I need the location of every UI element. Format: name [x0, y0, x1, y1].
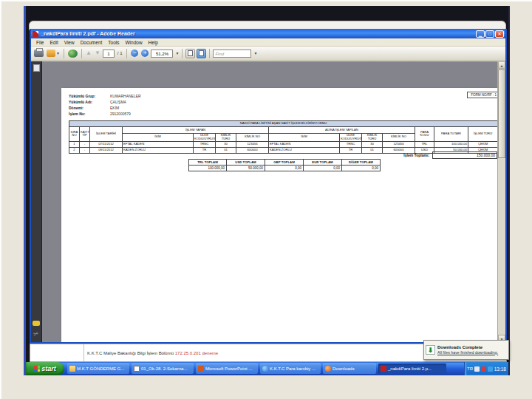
scroll-up-icon[interactable]: ▲	[498, 61, 505, 69]
close-button[interactable]: ✕	[495, 30, 504, 38]
meta-value: KUMARHANELER	[110, 93, 141, 99]
status-org-text: K.K.T.C Maliye Bakanlığı Bilgi İşlem Böl…	[87, 351, 174, 355]
cell: ÇEKİM	[468, 141, 498, 147]
share-button[interactable]: ▼	[46, 48, 61, 58]
page-number-input[interactable]: 1	[103, 50, 115, 58]
col-para-tutari: PARA TUTARI	[434, 127, 468, 142]
minimize-button[interactable]: ▁	[476, 30, 485, 38]
menu-edit[interactable]: Edit	[47, 40, 61, 45]
total-box-value: 0,00	[304, 166, 341, 171]
vertical-scrollbar[interactable]: ▲ ▼	[497, 61, 505, 342]
chevron-down-icon[interactable]: ▼	[253, 51, 257, 55]
collaborate-icon	[68, 50, 78, 58]
fit-page-icon	[199, 50, 204, 56]
cell: EFTAL KADEN	[123, 141, 194, 147]
total-value: 150.000,00	[432, 151, 497, 159]
menu-help[interactable]: Help	[146, 40, 161, 45]
maximize-button[interactable]: □	[485, 30, 494, 38]
total-box-gbp: GBP TOPLAM 0,00	[265, 159, 304, 171]
status-note: deneme	[202, 351, 218, 355]
windows-flag-icon	[34, 366, 40, 372]
group-islem-yapan: İŞLEM YAPAN	[123, 127, 269, 134]
comments-panel-icon[interactable]	[33, 321, 40, 326]
network-icon[interactable]	[488, 366, 493, 372]
table-title: NAKDİ PARA LİMİTİNİ AŞAN NAKİT İŞLEM BİL…	[69, 121, 498, 127]
start-button[interactable]: start	[26, 362, 64, 375]
col-kimlik-turu-1: KİMLİK TÜRÜ	[216, 134, 236, 142]
pages-panel-icon[interactable]	[33, 64, 40, 72]
menu-view[interactable]: View	[61, 40, 78, 45]
task-adobe-reader-active[interactable]: _nakdiPara limiti 2.p...	[378, 364, 446, 374]
task-label: _nakdiPara limiti 2.p...	[388, 366, 432, 371]
zoom-level-select[interactable]: 51,2%	[151, 50, 173, 58]
volume-icon[interactable]	[474, 366, 480, 372]
printer-icon	[34, 50, 44, 57]
toolbar-separator	[126, 49, 127, 58]
downloads-complete-popup[interactable]: ⬇ Downloads Complete All files have fini…	[423, 340, 509, 360]
language-indicator[interactable]: TR	[467, 366, 473, 371]
task-label: 01_Ok-28. 2-Sekarna...	[141, 366, 187, 371]
task-folder-window[interactable]: M.K.T GÖNDERME G...	[67, 364, 129, 374]
title-bar[interactable]: _nakdiPara limiti 2.pdf - Adobe Reader ▁…	[31, 29, 505, 38]
total-box-value: 50.000,00	[227, 166, 265, 171]
zoom-in-button[interactable]: +	[140, 48, 149, 58]
task-label: Microsoft PowerPoint ...	[205, 366, 252, 371]
start-label: start	[41, 365, 56, 372]
arrow-down-icon: ▼	[95, 50, 100, 57]
status-ip: 172.25.0.201	[175, 351, 201, 355]
previous-page-button[interactable]: ▲	[85, 48, 92, 58]
total-box-trl: TRL TOPLAM 100.000,00	[188, 159, 227, 171]
scrollbar-thumb[interactable]	[498, 69, 505, 158]
page-width-view-button[interactable]	[185, 49, 195, 58]
menu-window[interactable]: Window	[122, 40, 145, 45]
toolbar-separator	[209, 49, 210, 58]
task-document-window[interactable]: 01_Ok-28. 2-Sekarna...	[132, 364, 194, 374]
fit-page-view-button[interactable]	[197, 49, 206, 58]
antivirus-icon[interactable]	[481, 366, 486, 372]
page-total-label: / 1	[117, 51, 123, 55]
menu-file[interactable]: File	[33, 40, 47, 45]
task-downloads[interactable]: Downloads	[323, 364, 376, 374]
col-sira-no: SIRA NO	[69, 127, 80, 142]
next-page-button[interactable]: ▼	[94, 48, 101, 58]
cell: 30	[216, 141, 236, 147]
menu-document[interactable]: Document	[78, 40, 106, 45]
print-button[interactable]	[33, 48, 44, 58]
powerpoint-icon	[198, 366, 204, 372]
col-para-kodu: PARA KODU	[415, 127, 434, 142]
zoom-in-icon: +	[141, 50, 149, 57]
total-box-value: 0,00	[265, 166, 303, 171]
collaborate-button[interactable]	[67, 48, 78, 58]
total-box-eur: EUR TOPLAM 0,00	[304, 159, 342, 171]
currency-totals: TRL TOPLAM 100.000,00 USD TOPLAM 50.000,…	[188, 159, 381, 171]
total-box-usd: USD TOPLAM 50.000,00	[227, 159, 265, 171]
task-powerpoint[interactable]: Microsoft PowerPoint ...	[196, 364, 258, 374]
cell: -	[80, 141, 90, 147]
window-title: _nakdiPara limiti 2.pdf - Adobe Reader	[41, 31, 476, 36]
document-meta-block: Yükümlü Grup:KUMARHANELER Yükümlü Adı:ÇA…	[69, 93, 141, 117]
cell: TRNC	[194, 141, 216, 147]
cell: 30	[362, 141, 383, 147]
attachments-paperclip-icon[interactable]: ✂	[33, 330, 41, 338]
download-arrow-icon: ⬇	[426, 345, 435, 355]
status-text: K.K.T.C Maliye Bakanlığı Bilgi İşlem Böl…	[87, 351, 218, 355]
cell: 123456	[383, 141, 415, 147]
col-kimlik-no-2: KİMLİK NO	[383, 134, 415, 142]
zoom-out-button[interactable]: −	[130, 48, 139, 58]
page-view-icon	[188, 50, 193, 56]
form-number-box: FORM NO/RF : 1	[467, 92, 500, 98]
col-kimlik-turu-2: KİMLİK TÜRÜ	[362, 134, 383, 142]
navigation-pane: ✂	[31, 61, 42, 342]
col-isim-1: İSİM	[123, 134, 194, 142]
total-label: İşlem Toplamı:	[403, 153, 429, 157]
popup-link[interactable]: All files have finished downloading.	[437, 350, 498, 355]
total-box-label: USD TOPLAM	[227, 160, 265, 166]
zoom-out-icon: −	[131, 50, 138, 57]
task-buttons: M.K.T GÖNDERME G... 01_Ok-28. 2-Sekarna.…	[64, 364, 464, 374]
chevron-down-icon[interactable]: ▼	[175, 51, 179, 55]
task-browser[interactable]: K.K.T.C Para kambiy ...	[260, 364, 321, 374]
menu-tools[interactable]: Tools	[105, 40, 122, 45]
document-pane[interactable]: Yükümlü Grup:KUMARHANELER Yükümlü Adı:ÇA…	[42, 61, 505, 342]
share-icon	[47, 50, 55, 57]
find-input[interactable]: Find	[213, 50, 251, 58]
